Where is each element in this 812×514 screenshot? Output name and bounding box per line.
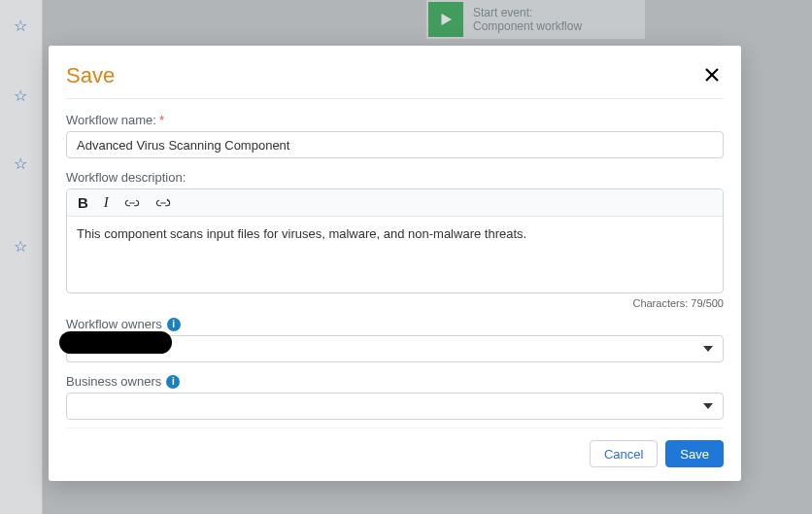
chevron-down-icon [703, 346, 713, 352]
close-icon [704, 67, 720, 83]
bold-button[interactable]: B [75, 192, 91, 213]
info-icon[interactable]: i [166, 375, 180, 389]
redacted-owner-chip [59, 331, 172, 354]
chevron-down-icon [703, 403, 713, 409]
workflow-owners-group: Workflow owners i [66, 315, 724, 362]
link-icon [124, 196, 140, 210]
workflow-name-input[interactable] [66, 131, 724, 158]
workflow-name-label: Workflow name: [66, 113, 156, 127]
unlink-icon [155, 196, 171, 210]
character-count: Characters: 79/500 [66, 297, 724, 309]
modal-title: Save [66, 63, 115, 88]
link-button[interactable] [121, 194, 143, 212]
save-button[interactable]: Save [665, 440, 724, 467]
business-owners-group: Business owners i [66, 372, 724, 420]
business-owners-select[interactable] [66, 393, 724, 420]
italic-button[interactable]: I [101, 192, 112, 213]
workflow-owners-label: Workflow owners [66, 317, 162, 331]
info-icon[interactable]: i [167, 318, 181, 331]
description-editor: B I This [66, 188, 724, 293]
close-button[interactable] [700, 63, 724, 86]
workflow-name-group: Workflow name: * [66, 111, 724, 158]
cancel-button[interactable]: Cancel [590, 440, 658, 467]
description-textarea[interactable]: This component scans input files for vir… [67, 217, 723, 292]
modal-footer: Cancel Save [66, 428, 724, 467]
required-mark: * [159, 113, 164, 127]
workflow-description-label: Workflow description: [66, 170, 186, 185]
unlink-button[interactable] [152, 194, 174, 212]
workflow-description-group: Workflow description: B I [66, 168, 724, 309]
editor-toolbar: B I [67, 189, 723, 217]
business-owners-label: Business owners [66, 374, 161, 389]
save-modal: Save Workflow name: * Workflow descripti… [49, 46, 741, 481]
